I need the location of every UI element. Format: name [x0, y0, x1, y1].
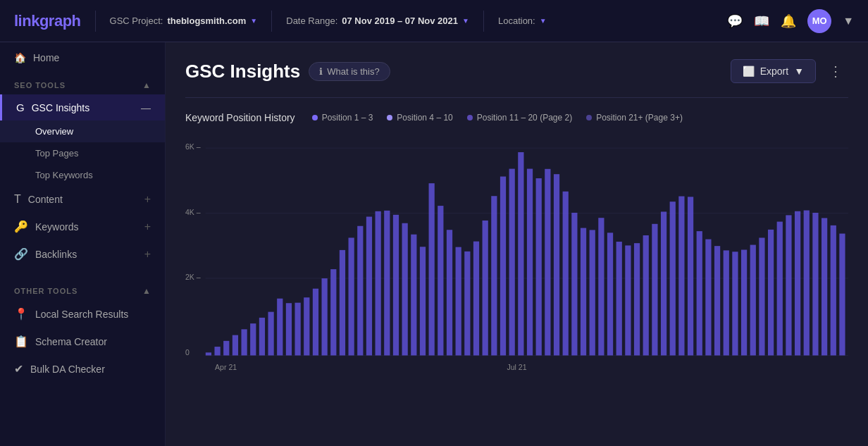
legend-dot-3	[467, 115, 473, 120]
svg-rect-51	[590, 230, 595, 355]
svg-rect-44	[527, 169, 533, 356]
svg-rect-36	[456, 247, 461, 356]
top-pages-label: Top Pages	[35, 148, 78, 159]
svg-rect-19	[304, 297, 309, 355]
schema-creator-label: Schema Creator	[35, 336, 107, 347]
sidebar: 🏠 Home SEO TOOLS ▲ G GSC Insights — Over…	[0, 42, 166, 446]
sidebar-item-content[interactable]: T Content +	[0, 186, 165, 213]
keywords-plus-icon[interactable]: +	[144, 221, 151, 233]
seo-tools-section-header: SEO TOOLS ▲	[0, 73, 165, 94]
svg-rect-12	[241, 329, 247, 355]
svg-rect-17	[286, 303, 292, 355]
location-label: Location:	[498, 16, 535, 26]
legend-label-4: Position 21+ (Page 3+)	[596, 113, 683, 123]
legend-label-3: Position 11 – 20 (Page 2)	[477, 113, 572, 123]
export-icon: ⬜	[743, 66, 755, 77]
content-plus-icon[interactable]: +	[144, 193, 151, 206]
what-is-this-label: What is this?	[327, 66, 379, 77]
sidebar-item-local-search[interactable]: 📍 Local Search Results	[0, 300, 165, 328]
legend-item-3: Position 11 – 20 (Page 2)	[467, 113, 572, 123]
chat-icon[interactable]: 💬	[727, 13, 743, 29]
svg-rect-45	[536, 178, 542, 355]
keyword-position-chart: 6K – 4K – 2K – 0 Apr 21 Jul 21	[185, 135, 848, 374]
svg-rect-74	[795, 211, 800, 356]
main-actions: ⬜ Export ▼ ⋮	[731, 59, 848, 83]
header-divider3	[483, 11, 484, 32]
avatar-arrow-icon[interactable]: ▼	[843, 15, 854, 27]
user-avatar[interactable]: MO	[807, 9, 831, 33]
svg-rect-65	[714, 246, 720, 355]
bulk-da-icon: ✔	[14, 362, 23, 376]
sidebar-item-bulk-da[interactable]: ✔ Bulk DA Checker	[0, 355, 165, 383]
sidebar-home-label: Home	[33, 52, 59, 63]
body: 🏠 Home SEO TOOLS ▲ G GSC Insights — Over…	[0, 42, 868, 446]
logo[interactable]: linkgraph	[14, 12, 81, 30]
svg-rect-71	[768, 230, 774, 356]
svg-rect-62	[688, 197, 693, 355]
sidebar-item-home[interactable]: 🏠 Home	[0, 42, 165, 73]
svg-rect-28	[384, 211, 390, 356]
home-icon: 🏠	[14, 52, 26, 63]
svg-rect-20	[313, 289, 318, 356]
legend-dot-2	[387, 115, 392, 120]
date-range-label: Date Range:	[286, 16, 337, 26]
svg-rect-24	[349, 237, 354, 355]
gsc-project-selector[interactable]: GSC Project: theblogsmith.com ▼	[110, 16, 258, 26]
backlinks-plus-icon[interactable]: +	[144, 248, 151, 261]
svg-rect-61	[678, 197, 684, 356]
svg-rect-41	[500, 177, 506, 356]
svg-rect-57	[643, 235, 649, 355]
sidebar-item-overview[interactable]: Overview	[0, 120, 165, 142]
other-tools-toggle-icon[interactable]: ▲	[142, 286, 151, 296]
info-icon: ℹ	[319, 66, 323, 77]
export-button[interactable]: ⬜ Export ▼	[731, 59, 816, 83]
export-arrow-icon: ▼	[794, 66, 804, 77]
sidebar-item-keywords[interactable]: 🔑 Keywords +	[0, 213, 165, 240]
what-is-this-button[interactable]: ℹ What is this?	[309, 62, 390, 81]
svg-text:6K –: 6K –	[185, 142, 201, 151]
sidebar-item-backlinks[interactable]: 🔗 Backlinks +	[0, 240, 165, 268]
main-header: GSC Insights ℹ What is this? ⬜ Export ▼ …	[185, 59, 848, 83]
more-options-button[interactable]: ⋮	[823, 60, 848, 82]
page-title: GSC Insights	[185, 61, 300, 82]
svg-rect-76	[812, 213, 818, 355]
sidebar-item-schema-creator[interactable]: 📋 Schema Creator	[0, 328, 165, 355]
date-range-selector[interactable]: Date Range: 07 Nov 2019 – 07 Nov 2021 ▼	[286, 16, 469, 26]
svg-text:0: 0	[185, 348, 190, 357]
svg-rect-43	[518, 152, 523, 355]
svg-text:Jul 21: Jul 21	[507, 362, 526, 371]
sidebar-item-gsc-insights[interactable]: G GSC Insights —	[0, 94, 165, 120]
main-content: GSC Insights ℹ What is this? ⬜ Export ▼ …	[166, 42, 868, 446]
bulk-da-label: Bulk DA Checker	[30, 364, 105, 375]
svg-rect-18	[294, 303, 300, 356]
gsc-insights-label: GSC Insights	[32, 102, 89, 113]
other-tools-label: OTHER TOOLS	[14, 287, 78, 295]
svg-rect-34	[438, 206, 443, 355]
legend-dot-1	[312, 115, 318, 120]
bell-icon[interactable]: 🔔	[781, 13, 796, 29]
svg-rect-25	[357, 226, 363, 356]
legend-item-1: Position 1 – 3	[312, 113, 373, 123]
legend-item-4: Position 21+ (Page 3+)	[586, 113, 683, 123]
backlinks-icon: 🔗	[14, 247, 28, 261]
svg-rect-58	[652, 224, 657, 356]
sidebar-item-top-keywords[interactable]: Top Keywords	[0, 164, 165, 186]
bulk-da-left: ✔ Bulk DA Checker	[14, 362, 105, 376]
svg-rect-29	[393, 215, 399, 356]
keywords-left: 🔑 Keywords	[14, 220, 78, 233]
chart-title: Keyword Position History	[185, 112, 295, 123]
gsc-sub-items: Overview Top Pages Top Keywords	[0, 120, 165, 186]
chart-container: Keyword Position History Position 1 – 3 …	[185, 112, 848, 429]
svg-rect-79	[839, 234, 845, 356]
location-selector[interactable]: Location: ▼	[498, 16, 547, 26]
seo-tools-toggle-icon[interactable]: ▲	[142, 80, 151, 90]
svg-rect-49	[571, 213, 577, 356]
header: linkgraph GSC Project: theblogsmith.com …	[0, 0, 868, 42]
svg-rect-38	[473, 242, 479, 356]
svg-text:Apr 21: Apr 21	[215, 362, 237, 371]
svg-rect-63	[697, 231, 702, 355]
sidebar-item-top-pages[interactable]: Top Pages	[0, 142, 165, 164]
book-icon[interactable]: 📖	[754, 13, 769, 29]
svg-rect-52	[598, 218, 604, 355]
other-tools-section-header: OTHER TOOLS ▲	[0, 279, 165, 300]
